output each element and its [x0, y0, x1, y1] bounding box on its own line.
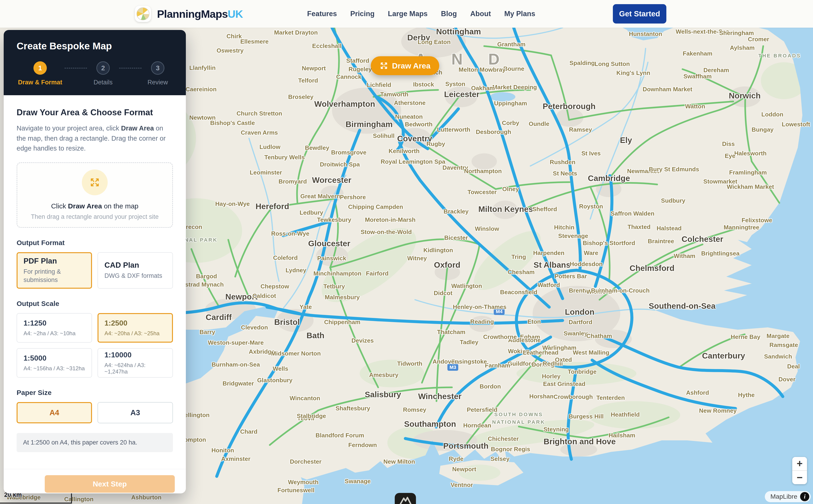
option-subtitle: For printing & submissions: [24, 268, 85, 284]
instructions-text: Navigate to your project area, click Dra…: [17, 123, 173, 154]
next-step-button[interactable]: Next Step: [45, 475, 175, 493]
zoom-out-button[interactable]: −: [792, 471, 807, 484]
option-subtitle: A4: ~156ha / A3: ~312ha: [24, 365, 85, 372]
brand-logo[interactable]: PlanningMapsUK: [135, 0, 243, 28]
map-label-town: Wickham Market: [727, 183, 774, 190]
map-label-town: Ferndown: [348, 441, 377, 448]
map-label-town: Stevenage: [558, 232, 588, 239]
map-label-town: Potters Bar: [555, 273, 587, 280]
map-label-city: Cambridge: [588, 174, 630, 183]
map-label-town: Tonbridge: [568, 368, 596, 375]
map-label-town: Horndean: [463, 422, 491, 429]
draw-area-label: Draw Area: [392, 61, 430, 70]
map-label-city: Nottingham: [436, 28, 481, 36]
map-label-town: Chirk: [226, 33, 242, 40]
option-cad-plan[interactable]: CAD PlanDWG & DXF formats: [98, 252, 173, 289]
map-label-town: Stow-on-the-Wold: [361, 228, 412, 236]
map-label-town: Didcot: [434, 289, 452, 296]
map-label-town: Broseley: [288, 93, 314, 100]
map-label-town: Tring: [511, 253, 526, 260]
map-label-town: Newport: [302, 65, 326, 72]
map-label-town: Tadley: [460, 338, 478, 346]
nav-link-features[interactable]: Features: [307, 10, 337, 18]
paper-size-label: Paper Size: [17, 389, 173, 397]
map-label-town: Bishop's Stortford: [583, 239, 635, 246]
map-label-city: Norwich: [729, 91, 761, 100]
map-zoom-control: + −: [792, 457, 807, 484]
map-label-town: Fairford: [366, 270, 389, 277]
map-label-town: West Malling: [573, 349, 609, 356]
map-label-city: Hereford: [255, 202, 289, 211]
option-1-1250[interactable]: 1:1250A4: ~2ha / A3: ~10ha: [17, 313, 92, 343]
map-label-area: NATIONAL PARK: [492, 419, 545, 425]
map-label-town: Shaftesbury: [335, 405, 370, 412]
map-label-town: Lutterworth: [437, 126, 470, 133]
map-label-city: St Albans: [534, 260, 570, 270]
option-1-10000[interactable]: 1:10000A4: ~624ha / A3: ~1,247ha: [98, 348, 173, 378]
map-label-town: Swanley: [564, 330, 587, 337]
create-bespoke-map-panel: Create Bespoke Map 1Draw & Format2Detail…: [4, 30, 186, 493]
map-label-town: Dover: [778, 376, 795, 383]
map-label-town: Coleford: [273, 254, 298, 261]
map-label-town: Hitchin: [554, 224, 574, 231]
map-label-town: Selsey: [490, 455, 509, 462]
map-label-town: Syston: [445, 80, 465, 87]
draw-area-placeholder: Click Draw Area on the map Then drag a r…: [17, 162, 173, 228]
map-label-town: Ibstock: [413, 81, 434, 88]
map-label-town: Great Malvern: [300, 193, 340, 200]
map-label-city: Birmingham: [346, 120, 393, 129]
map-label-town: Bury St Edmunds: [649, 166, 699, 173]
step-connector: [65, 68, 87, 68]
option-title: 1:1250: [24, 319, 85, 327]
map-label-town: Ellesmere: [240, 38, 269, 45]
output-scale-label: Output Scale: [17, 300, 173, 308]
nav-link-pricing[interactable]: Pricing: [350, 10, 374, 18]
map-label-city: Worcester: [312, 175, 351, 185]
map-label-town: Long Sutton: [595, 60, 630, 68]
option-1-2500[interactable]: 1:2500A4: ~20ha / A3: ~25ha: [98, 313, 173, 343]
option-a3[interactable]: A3: [98, 402, 173, 423]
step-number: 3: [151, 61, 164, 75]
map-label-town: Winslow: [475, 225, 499, 232]
map-label-town: Swanage: [345, 477, 371, 485]
map-label-city: Cardiff: [206, 313, 232, 322]
map-label-town: Church Stretton: [237, 110, 282, 117]
map-label-town: Chesham: [508, 268, 535, 276]
zoom-in-button[interactable]: +: [792, 457, 807, 470]
option-a4[interactable]: A4: [17, 402, 92, 423]
nav-link-about[interactable]: About: [470, 10, 491, 18]
draw-area-button[interactable]: Draw Area: [371, 56, 439, 75]
map-label-town: Amesbury: [369, 371, 398, 379]
output-format-options: PDF PlanFor printing & submissionsCAD Pl…: [17, 252, 173, 289]
nav-link-my-plans[interactable]: My Plans: [504, 10, 535, 18]
wizard-footer: Next Step: [4, 469, 186, 493]
map-label-town: Petersfield: [467, 406, 497, 413]
option-subtitle: DWG & DXF formats: [104, 272, 166, 280]
map-label-town: Caldicot: [252, 292, 276, 299]
output-format-label: Output Format: [17, 239, 173, 247]
map-label-town: St Ives: [581, 150, 601, 157]
step-label: Review: [148, 79, 168, 86]
maptiler-logo[interactable]: [395, 493, 416, 504]
map-label-town: Swaffham: [683, 73, 712, 80]
map-label-town: Ventnor: [451, 481, 473, 489]
info-icon[interactable]: i: [800, 492, 809, 501]
wizard-step-details: 2Details: [89, 61, 117, 86]
map-label-town: Halstead: [657, 225, 682, 232]
nav-link-large-maps[interactable]: Large Maps: [388, 10, 427, 18]
map-label-town: Oakham: [471, 85, 495, 92]
map-label-town: Atherstone: [394, 99, 425, 107]
nav-link-blog[interactable]: Blog: [441, 10, 457, 18]
map-label-town: Watton: [685, 103, 705, 110]
option-pdf-plan[interactable]: PDF PlanFor printing & submissions: [17, 252, 92, 289]
map-label-city: Salisbury: [365, 390, 401, 399]
map-label-town: Watford: [537, 281, 560, 288]
get-started-button[interactable]: Get Started: [613, 4, 666, 24]
map-label-city: Colchester: [682, 234, 723, 244]
map-label-town: Chatham: [586, 332, 612, 339]
map-label-town: Dartford: [569, 318, 592, 326]
map-label-town: Bourne: [503, 65, 524, 72]
map-label-town: Telford: [298, 77, 318, 84]
mountain-icon: [397, 494, 414, 504]
option-1-5000[interactable]: 1:5000A4: ~156ha / A3: ~312ha: [17, 348, 92, 378]
